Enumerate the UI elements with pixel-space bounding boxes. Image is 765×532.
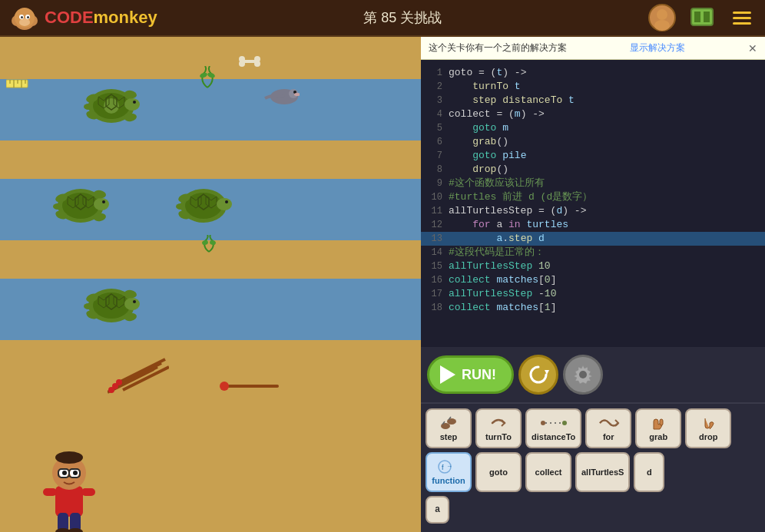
a-button[interactable]: a — [426, 496, 449, 524]
svg-rect-98 — [43, 488, 57, 496]
reset-icon — [528, 364, 549, 385]
grab-button[interactable]: grab — [635, 408, 681, 448]
run-label: RUN! — [462, 367, 496, 383]
line-content: allTurtlesStep = (d) -> — [449, 204, 586, 218]
svg-rect-104 — [6, 80, 28, 88]
bone-item — [238, 56, 261, 67]
show-solution-link[interactable]: 显示解决方案 — [630, 41, 685, 55]
player-character — [38, 444, 108, 532]
code-line-13: 13 a.step d — [421, 232, 765, 246]
line-content: allTurtlesStep -10 — [449, 287, 556, 301]
line-content: #turtles 前进 d (d是数字） — [449, 190, 592, 204]
line-content: collect = (m) -> — [449, 107, 545, 121]
code-line-18: 18collect matches[1] — [421, 301, 765, 315]
book-icon[interactable] — [688, 4, 716, 31]
svg-point-90 — [55, 451, 83, 464]
run-button[interactable]: RUN! — [427, 355, 514, 394]
line-content: collect matches[1] — [449, 301, 556, 315]
run-bar: RUN! — [421, 347, 765, 402]
code-line-17: 17allTurtlesStep -10 — [421, 287, 765, 301]
d-label: d — [647, 468, 652, 477]
level-title: 第 85 关挑战 — [363, 8, 442, 27]
code-line-16: 16collect matches[0] — [421, 273, 765, 287]
line-number: 8 — [424, 163, 442, 177]
turtle-4 — [77, 279, 146, 332]
sand-lane-1 — [0, 140, 421, 179]
svg-point-25 — [133, 101, 136, 104]
main-content: 这个关卡你有一个之前的解决方案 显示解决方案 ✕ 1goto = (t) ->2… — [0, 37, 765, 532]
user-avatar-icon[interactable] — [648, 4, 676, 31]
turnto-label: turnTo — [485, 432, 512, 441]
code-line-4: 4collect = (m) -> — [421, 107, 765, 121]
line-number: 5 — [424, 121, 442, 135]
distanceto-icon — [540, 415, 568, 431]
function-icon: f → — [437, 459, 460, 474]
toolbar-row-2: f → function goto collect allTurtlesS d — [426, 452, 760, 492]
notice-text: 这个关卡你有一个之前的解决方案 — [429, 41, 567, 55]
line-number: 7 — [424, 149, 442, 163]
function-button[interactable]: f → function — [426, 452, 472, 492]
turnto-button[interactable]: turnTo — [475, 408, 522, 448]
svg-rect-16 — [733, 17, 751, 19]
code-line-14: 14#这段代码是正常的： — [421, 246, 765, 259]
svg-rect-88 — [55, 486, 83, 517]
line-number: 16 — [424, 273, 442, 287]
code-line-11: 11allTurtlesStep = (d) -> — [421, 204, 765, 218]
line-content: a.step d — [449, 232, 545, 246]
code-line-9: 9#这个函数应该让所有 — [421, 177, 765, 190]
distanceto-button[interactable]: distanceTo — [525, 408, 581, 448]
line-content: goto m — [449, 121, 508, 135]
line-number: 2 — [424, 80, 442, 94]
line-number: 14 — [424, 246, 442, 259]
svg-point-84 — [108, 387, 114, 393]
drop-label: drop — [699, 432, 717, 441]
for-button[interactable]: for — [585, 408, 631, 448]
svg-point-59 — [133, 300, 136, 303]
line-content: collect matches[0] — [449, 273, 556, 287]
settings-button[interactable] — [563, 355, 603, 395]
toolbar-row-3: a — [426, 496, 760, 524]
d-button[interactable]: d — [634, 452, 664, 492]
line-content: goto = (t) -> — [449, 66, 526, 80]
svg-point-11 — [654, 20, 670, 31]
mole-item — [261, 83, 300, 106]
turtle-1 — [77, 79, 146, 133]
play-icon — [440, 365, 455, 384]
line-content: allTurtlesStep 10 — [449, 259, 551, 273]
drop-button[interactable]: drop — [685, 408, 731, 448]
svg-rect-13 — [694, 12, 700, 22]
line-number: 10 — [424, 190, 442, 204]
svg-rect-15 — [733, 12, 751, 14]
svg-point-24 — [124, 98, 140, 111]
notice-close-button[interactable]: ✕ — [748, 42, 757, 55]
code-editor[interactable]: 1goto = (t) ->2 turnTo t3 step distanceT… — [421, 60, 765, 347]
line-content: goto pile — [449, 149, 526, 163]
svg-rect-99 — [81, 488, 95, 496]
svg-point-85 — [116, 379, 122, 385]
turnto-icon — [489, 415, 508, 431]
grab-label: grab — [649, 432, 667, 441]
stick-pile — [108, 355, 169, 394]
svg-point-10 — [657, 9, 667, 20]
line-number: 3 — [424, 94, 442, 107]
line-number: 18 — [424, 301, 442, 315]
allturtles-button[interactable]: allTurtlesS — [575, 452, 630, 492]
grab-icon — [649, 415, 667, 431]
collect-button[interactable]: collect — [525, 452, 571, 492]
step-button[interactable]: step — [426, 408, 472, 448]
code-line-12: 12 for a in turtles — [421, 218, 765, 232]
svg-text:→: → — [446, 463, 452, 470]
toolbar: step turnTo — [421, 402, 765, 532]
plant-1 — [196, 66, 219, 89]
svg-rect-17 — [733, 22, 751, 25]
menu-icon[interactable] — [728, 4, 756, 31]
goto-button[interactable]: goto — [475, 452, 522, 492]
svg-point-49 — [225, 200, 228, 203]
reset-button[interactable] — [518, 355, 558, 395]
collect-label: collect — [535, 468, 562, 477]
code-line-1: 1goto = (t) -> — [421, 66, 765, 80]
line-number: 4 — [424, 107, 442, 121]
svg-point-48 — [217, 198, 232, 210]
svg-point-116 — [541, 421, 545, 425]
line-content: turnTo t — [449, 80, 521, 94]
